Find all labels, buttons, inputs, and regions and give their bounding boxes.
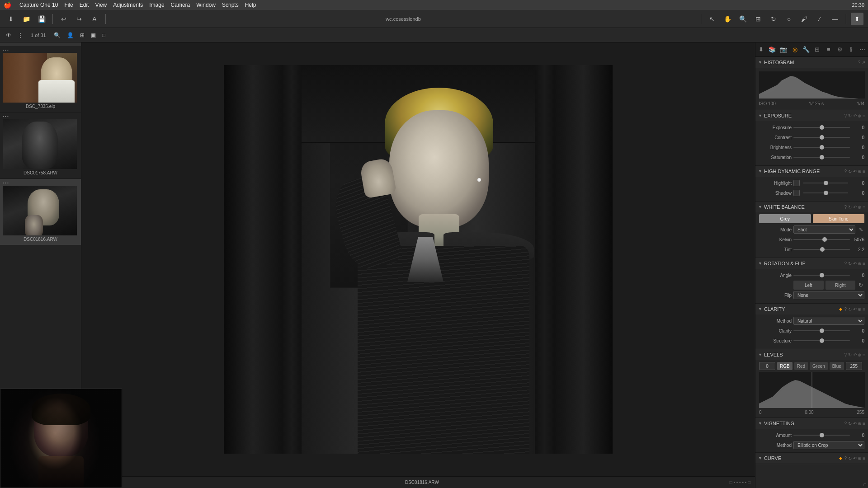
levels-tab-red[interactable]: Red bbox=[794, 362, 808, 370]
hdr-header[interactable]: ▼ HIGH DYNAMIC RANGE ? ↻ ↶ ⊕ ≡ bbox=[755, 166, 868, 177]
rotate-right-button[interactable]: Right bbox=[826, 281, 856, 290]
shadow-checkbox[interactable] bbox=[793, 190, 800, 196]
viewer-canvas[interactable] bbox=[81, 42, 755, 476]
clarity-thumb[interactable] bbox=[820, 328, 824, 333]
highlight-checkbox[interactable] bbox=[793, 180, 800, 186]
menu-scripts[interactable]: Scripts bbox=[222, 2, 239, 8]
compare-button[interactable]: ▣ bbox=[89, 30, 98, 41]
levels-header[interactable]: ▼ LEVELS ? ↻ ↶ ⊕ ≡ bbox=[755, 349, 868, 360]
wb-grey-button[interactable]: Grey bbox=[759, 214, 811, 223]
more-tool[interactable]: — bbox=[829, 13, 841, 25]
contrast-track[interactable] bbox=[793, 137, 850, 138]
brightness-track[interactable] bbox=[793, 147, 850, 148]
rotation-header[interactable]: ▼ ROTATION & FLIP ? ↻ ↶ ⊕ ≡ bbox=[755, 258, 868, 269]
cursor-tool[interactable]: ↖ bbox=[706, 13, 718, 25]
panel-tab-output[interactable]: ⊞ bbox=[812, 44, 823, 55]
levels-left-input[interactable] bbox=[759, 362, 775, 370]
saturation-thumb[interactable] bbox=[820, 155, 824, 160]
wb-mode-select[interactable]: Shot Auto Daylight Cloudy Custom bbox=[793, 225, 855, 234]
undo-button[interactable]: ↩ bbox=[57, 13, 70, 25]
wb-skin-button[interactable]: Skin Tone bbox=[813, 214, 865, 223]
saturation-track[interactable] bbox=[793, 157, 850, 158]
structure-thumb[interactable] bbox=[820, 338, 824, 343]
tint-track[interactable] bbox=[793, 249, 850, 250]
wb-edit-button[interactable]: ✎ bbox=[857, 226, 864, 233]
tint-thumb[interactable] bbox=[820, 247, 825, 252]
menu-view[interactable]: View bbox=[95, 2, 107, 8]
levels-tab-blue[interactable]: Blue bbox=[830, 362, 844, 370]
angle-thumb[interactable] bbox=[820, 273, 824, 277]
histogram-header[interactable]: ▼ HISTOGRAM ? ↗ bbox=[755, 57, 868, 68]
panel-tab-capture[interactable]: 📷 bbox=[778, 44, 789, 55]
shadow-thumb[interactable] bbox=[824, 191, 828, 195]
brush-button[interactable]: A bbox=[88, 13, 101, 25]
levels-tab-rgb[interactable]: RGB bbox=[777, 362, 793, 370]
apple-icon[interactable]: 🍎 bbox=[4, 1, 11, 9]
crop-tool[interactable]: ⊞ bbox=[752, 13, 764, 25]
curve-header[interactable]: ▼ CURVE ◆ ? ↻ ↶ ⊕ ≡ bbox=[755, 453, 868, 464]
exposure-header[interactable]: ▼ EXPOSURE ? ↻ ↶ ⊕ ≡ bbox=[755, 110, 868, 121]
shadow-track[interactable] bbox=[803, 192, 848, 193]
import-button[interactable]: ⬇ bbox=[5, 13, 17, 25]
picker-tool[interactable]: ⁄ bbox=[813, 13, 826, 25]
person-button[interactable]: 👤 bbox=[65, 30, 76, 41]
save-button[interactable]: 💾 bbox=[35, 13, 48, 25]
zoom-tool[interactable]: 🔍 bbox=[736, 13, 749, 25]
panel-tab-more[interactable]: ⋯ bbox=[857, 44, 868, 55]
eye-icon-button[interactable]: 👁 bbox=[4, 30, 14, 41]
rotate-reset-icon[interactable]: ↻ bbox=[857, 282, 864, 289]
clarity-header[interactable]: ▼ CLARITY ◆ ? ↻ ↶ ⊕ ≡ bbox=[755, 304, 868, 314]
paint-tool[interactable]: 🖌 bbox=[798, 13, 811, 25]
search-button[interactable]: 🔍 bbox=[52, 30, 63, 41]
rotate-left-button[interactable]: Left bbox=[793, 281, 824, 290]
pan-tool[interactable]: ✋ bbox=[721, 13, 734, 25]
angle-track[interactable] bbox=[793, 275, 850, 276]
panel-tab-library[interactable]: 📚 bbox=[767, 44, 778, 55]
clarity-track[interactable] bbox=[793, 330, 850, 331]
filter-button[interactable]: ⋮ bbox=[15, 30, 25, 41]
kelvin-thumb[interactable] bbox=[822, 237, 827, 242]
filmstrip-item-2[interactable]: • • • DSC01758.ARW bbox=[0, 113, 81, 179]
open-catalog-button[interactable]: 📁 bbox=[20, 13, 33, 25]
brightness-thumb[interactable] bbox=[820, 145, 824, 150]
menu-help[interactable]: Help bbox=[245, 2, 256, 8]
wb-header[interactable]: ▼ WHITE BALANCE ? ↻ ↶ ⊕ ≡ bbox=[755, 202, 868, 212]
panel-tab-settings[interactable]: ⚙ bbox=[835, 44, 845, 55]
exposure-thumb[interactable] bbox=[820, 125, 824, 130]
contrast-thumb[interactable] bbox=[820, 135, 824, 140]
circle-tool[interactable]: ○ bbox=[783, 13, 795, 25]
panel-tab-info[interactable]: ℹ bbox=[846, 44, 857, 55]
structure-track[interactable] bbox=[793, 340, 850, 341]
film-item-3-dots: • • • bbox=[3, 181, 78, 185]
amount-thumb[interactable] bbox=[820, 433, 824, 437]
vignetting-header[interactable]: ▼ VIGNETTING ? ↻ ↶ ⊕ ≡ bbox=[755, 418, 868, 429]
menu-image[interactable]: Image bbox=[149, 2, 164, 8]
grid-button[interactable]: ⊞ bbox=[78, 30, 87, 41]
menu-app-name[interactable]: Capture One 10 bbox=[19, 2, 58, 8]
panel-tab-adjust[interactable]: ◎ bbox=[789, 44, 800, 55]
menu-window[interactable]: Window bbox=[196, 2, 216, 8]
kelvin-track[interactable] bbox=[793, 239, 850, 240]
redo-button[interactable]: ↪ bbox=[73, 13, 85, 25]
filmstrip-item-1[interactable]: • • • DSC_7335.eip bbox=[0, 46, 81, 113]
flip-select[interactable]: None Horizontal Vertical Both bbox=[793, 291, 864, 299]
menu-edit[interactable]: Edit bbox=[80, 2, 89, 8]
levels-right-input[interactable] bbox=[846, 362, 862, 370]
menu-camera[interactable]: Camera bbox=[171, 2, 190, 8]
filmstrip-item-3[interactable]: • • • □ DSC01816.ARW bbox=[0, 179, 81, 245]
rotate-tool[interactable]: ↻ bbox=[767, 13, 780, 25]
panel-tab-import[interactable]: ⬇ bbox=[755, 44, 766, 55]
highlight-track[interactable] bbox=[803, 183, 848, 183]
export-button[interactable]: ⬆ bbox=[851, 13, 863, 25]
exposure-track[interactable] bbox=[793, 127, 850, 128]
vign-method-select[interactable]: Elliptic on Crop Elliptic Post Crop bbox=[793, 441, 864, 449]
amount-track[interactable] bbox=[793, 435, 850, 436]
highlight-thumb[interactable] bbox=[824, 181, 828, 185]
panel-tab-batch[interactable]: ≡ bbox=[823, 44, 834, 55]
panel-tab-metadata[interactable]: 🔧 bbox=[801, 44, 811, 55]
single-button[interactable]: □ bbox=[100, 30, 108, 41]
clarity-method-select[interactable]: Natural Punch Neutral Classic bbox=[793, 317, 864, 325]
levels-tab-green[interactable]: Green bbox=[810, 362, 828, 370]
menu-adjustments[interactable]: Adjustments bbox=[113, 2, 143, 8]
menu-file[interactable]: File bbox=[64, 2, 73, 8]
